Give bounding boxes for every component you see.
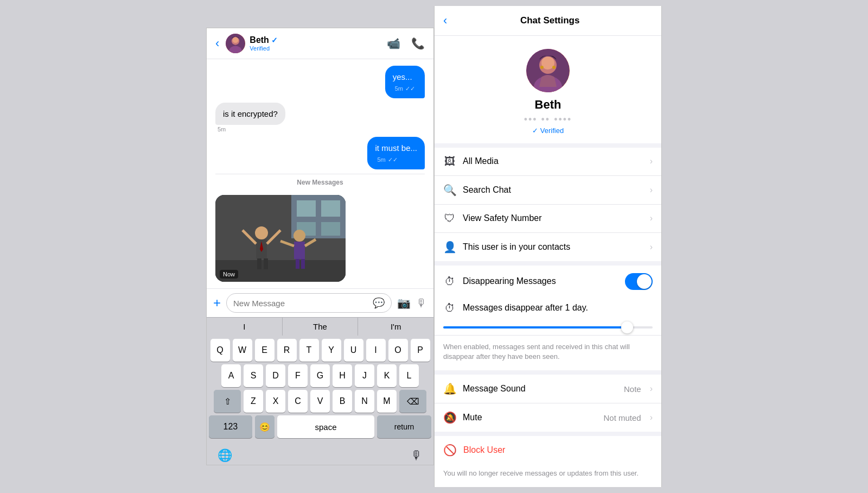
block-info: You will no longer receive messages or u… — [435, 464, 661, 487]
key-h[interactable]: H — [333, 364, 352, 387]
key-f[interactable]: F — [288, 364, 308, 387]
message-input-wrap: 💬 — [226, 293, 392, 313]
all-media-row[interactable]: 🖼 All Media › — [435, 148, 661, 176]
safety-number-row[interactable]: 🛡 View Safety Number › — [435, 205, 661, 233]
mute-row[interactable]: 🔕 Mute Not muted › — [435, 403, 661, 432]
message-time: 5m — [377, 156, 385, 164]
disappearing-toggle[interactable] — [625, 273, 653, 290]
key-v[interactable]: V — [310, 390, 330, 413]
input-bar: + 💬 📷 🎙 — [207, 288, 433, 317]
key-space[interactable]: space — [277, 415, 375, 438]
profile-section: Beth ••• •• •••• ✓ Verified — [435, 36, 661, 148]
key-g[interactable]: G — [310, 364, 330, 387]
svg-rect-23 — [301, 259, 305, 269]
sticker-icon[interactable]: 💬 — [373, 297, 385, 309]
key-return[interactable]: return — [377, 415, 431, 438]
mute-value: Not muted — [603, 413, 641, 422]
slider-thumb[interactable] — [621, 321, 633, 333]
profile-name: Beth — [535, 98, 561, 112]
message-input[interactable] — [233, 299, 368, 308]
settings-back-button[interactable]: ‹ — [443, 14, 447, 28]
key-i[interactable]: I — [366, 339, 386, 362]
key-123[interactable]: 123 — [209, 415, 252, 438]
svg-point-11 — [255, 226, 268, 239]
message-bubble: is it encrypted? — [215, 103, 285, 125]
predictive-item-3[interactable]: I'm — [358, 318, 433, 336]
settings-list: 🖼 All Media › 🔍 Search Chat › 🛡 View Saf… — [435, 148, 661, 261]
key-q[interactable]: Q — [210, 339, 230, 362]
key-a[interactable]: A — [221, 364, 241, 387]
key-b[interactable]: B — [333, 390, 352, 413]
key-emoji[interactable]: 😊 — [255, 415, 275, 438]
contact-name: Beth — [250, 35, 269, 45]
disappearing-section: ⏱ Disappearing Messages ⏱ Messages disap… — [435, 266, 661, 370]
key-j[interactable]: J — [355, 364, 374, 387]
key-t[interactable]: T — [299, 339, 319, 362]
svg-rect-22 — [296, 259, 299, 269]
keyboard: Q W E R T Y U I O P A S D F G H J K L ⇧ … — [207, 336, 433, 444]
delivered-icon: ✓✓ — [388, 156, 398, 164]
message-bubble: it must be... 5m ✓✓ — [367, 137, 425, 169]
verified-icon: ✓ — [271, 36, 278, 45]
key-m[interactable]: M — [377, 390, 397, 413]
svg-rect-9 — [321, 222, 340, 236]
settings-header: ‹ Chat Settings — [435, 6, 661, 36]
add-attachment-button[interactable]: + — [213, 295, 221, 311]
phone-call-icon[interactable]: 📞 — [411, 37, 425, 50]
svg-rect-6 — [297, 200, 316, 217]
globe-icon[interactable]: 🌐 — [218, 448, 232, 463]
key-k[interactable]: K — [377, 364, 397, 387]
chevron-icon: › — [650, 242, 653, 252]
block-user-row[interactable]: 🚫 Block User — [435, 436, 661, 464]
profile-phone-dots: ••• •• •••• — [524, 114, 572, 125]
message-time: 5m — [395, 85, 403, 93]
key-c[interactable]: C — [288, 390, 308, 413]
key-shift[interactable]: ⇧ — [214, 390, 241, 413]
camera-icon[interactable]: 📷 — [397, 296, 411, 309]
key-delete[interactable]: ⌫ — [399, 390, 426, 413]
key-e[interactable]: E — [255, 339, 275, 362]
verified-label: Verified — [540, 127, 564, 135]
message-meta: 5m ✓✓ — [375, 155, 417, 164]
search-chat-row[interactable]: 🔍 Search Chat › — [435, 176, 661, 205]
contacts-row[interactable]: 👤 This user is in your contacts › — [435, 233, 661, 261]
chat-header: ‹ Beth ✓ Verified 📹 📞 — [207, 28, 433, 59]
key-n[interactable]: N — [355, 390, 374, 413]
back-button[interactable]: ‹ — [215, 36, 219, 50]
search-chat-icon: 🔍 — [443, 184, 456, 197]
predictive-item-1[interactable]: I — [207, 318, 283, 336]
chevron-icon: › — [650, 185, 653, 195]
gif-message-row: Now — [215, 195, 425, 282]
safety-icon: 🛡 — [443, 212, 456, 225]
message-sound-row[interactable]: 🔔 Message Sound Note › — [435, 375, 661, 403]
message-sound-value: Note — [624, 384, 641, 394]
key-u[interactable]: U — [344, 339, 363, 362]
predictive-item-2[interactable]: The — [283, 318, 359, 336]
chevron-icon: › — [650, 213, 653, 223]
predictive-bar: I The I'm — [207, 317, 433, 336]
message-time: 5m — [218, 126, 226, 132]
disappearing-duration: Messages disappear after 1 day. — [463, 303, 653, 313]
key-y[interactable]: Y — [322, 339, 341, 362]
key-p[interactable]: P — [411, 339, 430, 362]
key-z[interactable]: Z — [244, 390, 263, 413]
keyboard-row-2: A S D F G H J K L — [209, 364, 431, 387]
key-w[interactable]: W — [233, 339, 252, 362]
dictation-icon[interactable]: 🎙 — [411, 448, 423, 463]
mute-label: Mute — [463, 413, 597, 422]
key-x[interactable]: X — [266, 390, 285, 413]
key-d[interactable]: D — [266, 364, 285, 387]
verified-label: Verified — [250, 45, 382, 52]
microphone-icon[interactable]: 🎙 — [416, 297, 427, 309]
key-r[interactable]: R — [277, 339, 297, 362]
key-o[interactable]: O — [388, 339, 408, 362]
profile-verified: ✓ Verified — [532, 127, 564, 135]
key-s[interactable]: S — [244, 364, 263, 387]
messages-area: yes... 5m ✓✓ is it encrypted? 5m it must… — [207, 59, 433, 289]
svg-point-28 — [540, 66, 544, 69]
delivered-icon: ✓✓ — [405, 85, 415, 93]
svg-point-18 — [293, 230, 305, 242]
video-call-icon[interactable]: 📹 — [387, 37, 400, 50]
slider-track — [443, 326, 653, 328]
key-l[interactable]: L — [399, 364, 419, 387]
